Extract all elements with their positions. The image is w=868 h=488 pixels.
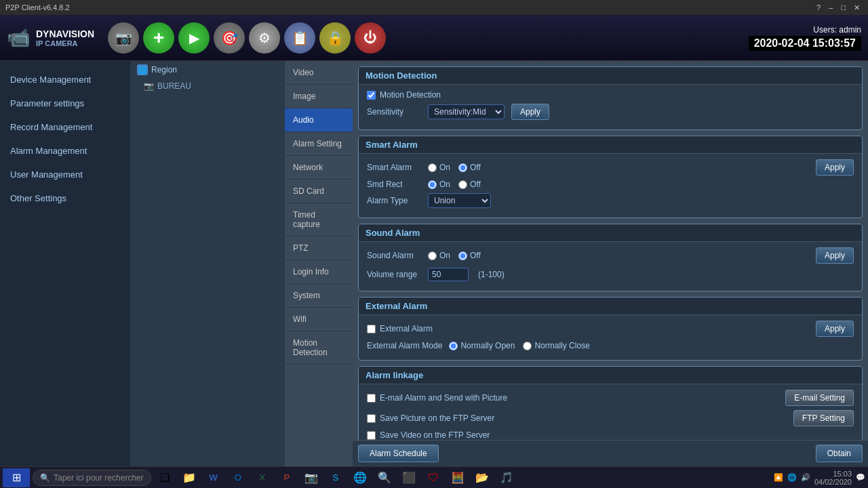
submenu-timed-capture[interactable]: Timed capture — [285, 203, 353, 237]
normally-closed-radio[interactable] — [523, 342, 532, 350]
taskbar-antivirus[interactable]: 🛡 — [422, 468, 444, 487]
taskbar-skype[interactable]: S — [325, 468, 347, 487]
submenu-video[interactable]: Video — [285, 61, 353, 85]
add-button[interactable]: + — [143, 22, 174, 54]
sound-alarm-apply-button[interactable]: Apply — [816, 247, 854, 264]
smd-off-label[interactable]: Off — [458, 180, 481, 189]
taskbar-task-view[interactable]: ❑ — [154, 468, 176, 487]
taskbar-camera-app[interactable]: 📷 — [300, 468, 322, 487]
submenu-ptz[interactable]: PTZ — [285, 237, 353, 260]
taskbar-outlook[interactable]: O — [227, 468, 249, 487]
taskbar-powerpoint[interactable]: P — [276, 468, 298, 487]
volume-range-row: Volume range (1-100) — [367, 268, 854, 281]
submenu-wifi[interactable]: Wifi — [285, 308, 353, 331]
settings-button[interactable]: ⚙ — [249, 22, 280, 54]
ftp-picture-checkbox[interactable] — [367, 414, 376, 423]
ftp-setting-button[interactable]: FTP Setting — [793, 410, 854, 426]
lock-button[interactable]: 🔒 — [319, 22, 351, 54]
smd-off-radio[interactable] — [458, 180, 467, 189]
camera-item-bureau[interactable]: 📷 BUREAU — [130, 79, 285, 94]
ptz-button[interactable]: 🎯 — [214, 22, 245, 54]
submenu-audio[interactable]: Audio — [285, 108, 353, 132]
taskbar-word[interactable]: W — [203, 468, 224, 487]
camera-button[interactable]: 📷 — [108, 22, 139, 54]
search-placeholder-text: Taper ici pour rechercher — [54, 473, 144, 483]
play-button[interactable]: ▶ — [178, 22, 210, 54]
email-alarm-label[interactable]: E-mail Alarm and Send with Picture — [367, 393, 507, 403]
motion-detection-apply-button[interactable]: Apply — [511, 104, 549, 120]
sound-alarm-on-radio[interactable] — [428, 251, 437, 260]
power-button[interactable]: ⏻ — [355, 22, 386, 54]
smd-rect-label: Smd Rect — [367, 180, 421, 189]
normally-closed-label[interactable]: Normally Close — [523, 341, 589, 350]
taskbar-excel[interactable]: X — [252, 468, 273, 487]
taskbar-search[interactable]: 🔍 Taper ici pour rechercher — [33, 470, 151, 486]
sidebar-item-record-management[interactable]: Record Management — [0, 115, 130, 139]
external-alarm-checkbox-label[interactable]: External Alarm — [367, 324, 433, 333]
region-label: Region — [151, 65, 177, 75]
ftp-video-label[interactable]: Save Video on the FTP Server — [367, 430, 490, 440]
submenu-login-info[interactable]: Login Info — [285, 260, 353, 284]
maximize-button[interactable]: □ — [838, 3, 848, 12]
smd-on-radio[interactable] — [428, 180, 437, 189]
motion-detection-checkbox-row: Motion Detection — [367, 90, 854, 100]
submenu-alarm-setting[interactable]: Alarm Setting — [285, 132, 353, 156]
window-controls: ? – □ ✕ — [814, 3, 863, 12]
minimize-button[interactable]: – — [826, 3, 835, 12]
submenu-system[interactable]: System — [285, 284, 353, 308]
submenu-sd-card[interactable]: SD Card — [285, 180, 353, 203]
email-alarm-checkbox[interactable] — [367, 394, 376, 403]
sound-alarm-on-label[interactable]: On — [428, 251, 450, 260]
motion-detection-checkbox-label[interactable]: Motion Detection — [367, 90, 441, 100]
sound-alarm-off-radio[interactable] — [458, 251, 467, 260]
motion-detection-checkbox[interactable] — [367, 91, 376, 100]
start-button[interactable]: ⊞ — [3, 468, 30, 487]
taskbar-files[interactable]: 📂 — [471, 468, 493, 487]
taskbar-calc[interactable]: 🧮 — [447, 468, 469, 487]
smart-alarm-off-radio[interactable] — [458, 163, 467, 172]
smart-alarm-on-radio[interactable] — [428, 163, 437, 172]
external-alarm-content: External Alarm Apply External Alarm Mode… — [359, 315, 862, 360]
close-button[interactable]: ✕ — [851, 3, 863, 12]
sidebar-item-other-settings[interactable]: Other Settings — [0, 186, 130, 210]
sound-alarm-off-label[interactable]: Off — [458, 251, 481, 260]
taskbar-chrome2[interactable]: 🔍 — [374, 468, 395, 487]
search-icon: 🔍 — [40, 473, 50, 483]
config-button[interactable]: 📋 — [284, 22, 315, 54]
taskbar-notification-icon: 💬 — [856, 473, 865, 482]
alarm-type-select[interactable]: Union Intersection — [428, 193, 491, 208]
sidebar-item-parameter-settings[interactable]: Parameter settings — [0, 92, 130, 115]
sensitivity-select[interactable]: Sensitivity:Mid Sensitivity:Low Sensitiv… — [428, 104, 505, 119]
external-alarm-apply-button[interactable]: Apply — [816, 321, 854, 337]
external-alarm-checkbox[interactable] — [367, 325, 376, 333]
logo-subtext: IP CAMERA — [36, 39, 94, 47]
submenu-motion-detection[interactable]: Motion Detection — [285, 331, 353, 365]
smd-rect-row: Smd Rect On Off — [367, 180, 854, 189]
alarm-schedule-button[interactable]: Alarm Schedule — [358, 445, 439, 462]
smart-alarm-on-label[interactable]: On — [428, 163, 450, 172]
obtain-button[interactable]: Obtain — [816, 445, 863, 462]
taskbar-media[interactable]: 🎵 — [496, 468, 517, 487]
taskbar-google-chrome[interactable]: 🌐 — [349, 468, 371, 487]
ftp-video-checkbox[interactable] — [367, 431, 376, 440]
normally-open-radio[interactable] — [449, 342, 458, 350]
taskbar-explorer[interactable]: 📁 — [178, 468, 200, 487]
volume-input[interactable] — [428, 268, 469, 281]
smart-alarm-off-label[interactable]: Off — [458, 163, 481, 172]
normally-open-label[interactable]: Normally Open — [449, 341, 515, 350]
smart-alarm-apply-button[interactable]: Apply — [816, 159, 854, 176]
taskbar-terminal[interactable]: ⬛ — [398, 468, 420, 487]
submenu-image[interactable]: Image — [285, 85, 353, 108]
smd-on-label[interactable]: On — [428, 180, 450, 189]
title-text: P2P Client-v6.4.8.2 — [5, 3, 70, 12]
sound-alarm-label: Sound Alarm — [367, 251, 421, 260]
ftp-picture-label[interactable]: Save Picture on the FTP Server — [367, 413, 494, 423]
taskbar-notify-icon: 🔼 — [774, 473, 783, 482]
sidebar-item-alarm-management[interactable]: Alarm Management — [0, 139, 130, 163]
submenu-network[interactable]: Network — [285, 156, 353, 180]
email-setting-button[interactable]: E-mail Setting — [785, 390, 854, 406]
sidebar-item-user-management[interactable]: User Management — [0, 163, 130, 186]
smart-alarm-radio-group: On Off — [428, 163, 481, 172]
help-button[interactable]: ? — [814, 3, 823, 12]
sidebar-item-device-management[interactable]: Device Management — [0, 68, 130, 92]
